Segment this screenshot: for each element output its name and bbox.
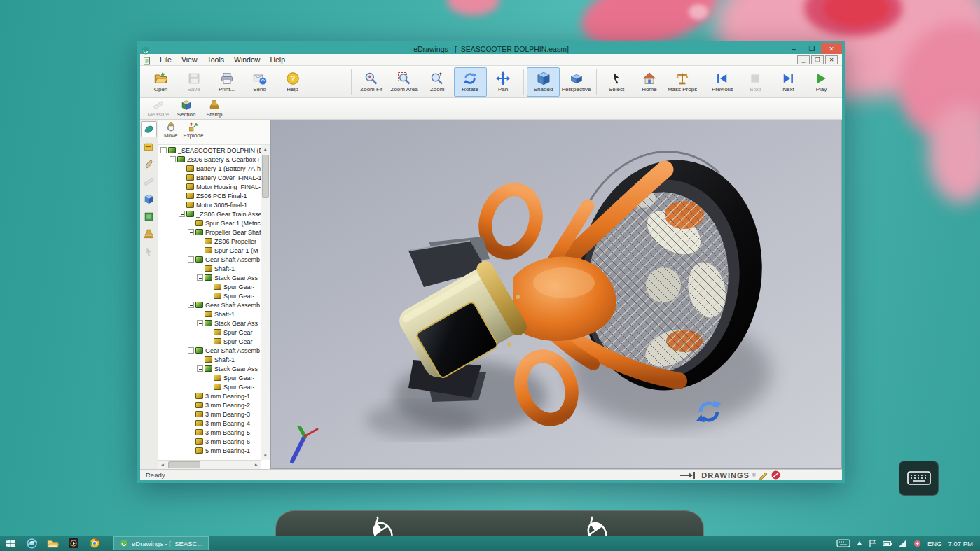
zoom-button[interactable]: Zoom bbox=[421, 67, 454, 97]
minimize-button[interactable]: – bbox=[785, 43, 803, 54]
tree-item[interactable]: Spur Gear-1 (M bbox=[158, 246, 270, 255]
tree-item[interactable]: 3 mm Bearing-1 bbox=[158, 391, 270, 400]
next-button[interactable]: Next bbox=[772, 67, 805, 97]
tree-item[interactable]: Spur Gear- bbox=[158, 382, 270, 391]
play-button[interactable]: Play bbox=[805, 67, 838, 97]
move-button[interactable]: Move bbox=[164, 121, 178, 139]
file-explorer-taskbar-icon[interactable] bbox=[42, 536, 63, 551]
chrome-taskbar-icon[interactable] bbox=[84, 536, 105, 551]
scroll-right-arrow[interactable]: ► bbox=[252, 461, 261, 469]
measure-tab[interactable] bbox=[141, 174, 157, 190]
rotate-button[interactable]: Rotate bbox=[454, 67, 487, 97]
measure-button[interactable]: Measure bbox=[144, 99, 172, 118]
tree-item[interactable]: _SEASCOOTER DOLPHIN (De bbox=[158, 146, 270, 155]
maximize-button[interactable]: ❐ bbox=[803, 43, 821, 54]
tree-expander[interactable] bbox=[197, 365, 203, 372]
open-button[interactable]: Open bbox=[144, 67, 177, 97]
tree-item[interactable]: ZS06 Battery & Gearbox Fit bbox=[158, 155, 270, 164]
tree-expander[interactable] bbox=[197, 274, 203, 281]
menu-help[interactable]: Help bbox=[265, 55, 290, 64]
scroll-up-arrow[interactable]: ▲ bbox=[261, 145, 270, 153]
network-icon[interactable] bbox=[899, 540, 907, 547]
mass-props-button[interactable]: Mass Props bbox=[666, 67, 699, 97]
mdi-minimize-button[interactable]: _ bbox=[797, 55, 810, 64]
tree-item[interactable]: Spur Gear- bbox=[158, 373, 270, 382]
tree-horizontal-scrollbar[interactable]: ◄ ► bbox=[158, 460, 261, 469]
show-hidden-icons-icon[interactable] bbox=[857, 540, 862, 546]
tree-item[interactable]: Spur Gear- bbox=[158, 328, 270, 337]
tree-item[interactable]: 5 mm Bearing-1 bbox=[158, 446, 270, 455]
tree-expander[interactable] bbox=[188, 256, 194, 263]
language-indicator[interactable]: ENG bbox=[927, 540, 942, 547]
section-button[interactable]: Section bbox=[172, 99, 200, 118]
previous-button[interactable]: Previous bbox=[706, 67, 739, 97]
zoom-area-button[interactable]: Zoom Area bbox=[388, 67, 421, 97]
save-button[interactable]: Save bbox=[177, 67, 210, 97]
tree-item[interactable]: 3 mm Bearing-3 bbox=[158, 410, 270, 419]
battery-icon[interactable] bbox=[883, 540, 892, 547]
scroll-down-arrow[interactable]: ▼ bbox=[261, 452, 270, 460]
components-tab[interactable] bbox=[141, 121, 157, 137]
tree-item[interactable]: Motor Housing_FINAL- bbox=[158, 182, 270, 191]
scroll-thumb[interactable] bbox=[262, 155, 269, 198]
tree-item[interactable]: Shaft-1 bbox=[158, 355, 270, 364]
section-tab[interactable] bbox=[141, 191, 157, 207]
tree-vertical-scrollbar[interactable]: ▲ ▼ bbox=[261, 145, 270, 460]
tree-item[interactable]: Motor 3005-final-1 bbox=[158, 200, 270, 209]
titlebar[interactable]: eDrawings - [_SEASCOOTER DOLPHIN.easm] –… bbox=[140, 43, 842, 54]
tree-item[interactable]: Spur Gear- bbox=[158, 282, 270, 291]
tree-item[interactable]: Stack Gear Ass bbox=[158, 319, 270, 328]
tree-item[interactable]: Propeller Gear Shaf bbox=[158, 228, 270, 237]
scroll-thumb[interactable] bbox=[168, 461, 200, 468]
tree-item[interactable]: 3 mm Bearing-4 bbox=[158, 419, 270, 428]
tree-expander[interactable] bbox=[197, 320, 203, 326]
tree-item[interactable]: Battery-1 (Battery 7A-hc bbox=[158, 164, 270, 173]
scroll-left-arrow[interactable]: ◄ bbox=[158, 461, 167, 469]
pointer-tab[interactable] bbox=[141, 244, 157, 260]
tree-item[interactable]: Gear Shaft Assemb bbox=[158, 346, 270, 355]
stamp-box-tab[interactable] bbox=[141, 209, 157, 225]
tree-expander[interactable] bbox=[170, 156, 176, 162]
stamp-tab[interactable] bbox=[141, 226, 157, 242]
tree-item[interactable]: ZS06 Propeller bbox=[158, 237, 270, 246]
tree-item[interactable]: Gear Shaft Assemb bbox=[158, 300, 270, 309]
shaded-button[interactable]: Shaded bbox=[527, 67, 560, 97]
stamp-button[interactable]: Stamp bbox=[200, 99, 228, 118]
tree-expander[interactable] bbox=[179, 211, 185, 217]
menu-file[interactable]: File bbox=[155, 55, 177, 64]
volume-notification-icon[interactable] bbox=[913, 540, 921, 547]
home-button[interactable]: Home bbox=[633, 67, 666, 97]
help-button[interactable]: ? Help bbox=[276, 67, 309, 97]
tree-item[interactable]: 3 mm Bearing-5 bbox=[158, 428, 270, 437]
tree-expander[interactable] bbox=[160, 147, 167, 153]
pan-button[interactable]: Pan bbox=[487, 67, 520, 97]
start-button[interactable] bbox=[0, 536, 21, 551]
tree-item[interactable]: _ZS06 Gear Train Asse bbox=[158, 209, 270, 218]
tree-item[interactable]: Shaft-1 bbox=[158, 309, 270, 319]
print-button[interactable]: Print... bbox=[210, 67, 243, 97]
tree-item[interactable]: Shaft-1 bbox=[158, 264, 270, 273]
tree-item[interactable]: Gear Shaft Assemb bbox=[158, 255, 270, 264]
tree-expander[interactable] bbox=[188, 302, 194, 308]
tree-item[interactable]: Spur Gear 1 (Metric bbox=[158, 218, 270, 228]
tree-item[interactable]: Battery Cover_FINAL-1 bbox=[158, 173, 270, 182]
tree-item[interactable]: 3 mm Bearing-2 bbox=[158, 400, 270, 410]
tree-item[interactable]: 3 mm Bearing-6 bbox=[158, 437, 270, 446]
action-center-icon[interactable] bbox=[869, 540, 876, 547]
taskbar-active-task[interactable]: eDrawings - [_SEASC... bbox=[113, 536, 209, 550]
explode-button[interactable]: Explode bbox=[184, 121, 204, 139]
tree-item[interactable]: Spur Gear- bbox=[158, 291, 270, 300]
tray-keyboard-icon[interactable] bbox=[836, 539, 850, 547]
touch-keyboard-button[interactable] bbox=[899, 461, 939, 496]
viewport-3d[interactable] bbox=[270, 120, 842, 469]
send-button[interactable]: Send bbox=[243, 67, 276, 97]
tree-item[interactable]: Stack Gear Ass bbox=[158, 364, 270, 373]
perspective-button[interactable]: Perspective bbox=[560, 67, 593, 97]
menu-tools[interactable]: Tools bbox=[202, 55, 230, 64]
stop-button[interactable]: Stop bbox=[739, 67, 772, 97]
tree-item[interactable]: Stack Gear Ass bbox=[158, 273, 270, 282]
tree-item[interactable]: ZS06 PCB Final-1 bbox=[158, 191, 270, 200]
tree-expander[interactable] bbox=[188, 229, 194, 235]
menu-window[interactable]: Window bbox=[229, 55, 265, 64]
menu-view[interactable]: View bbox=[177, 55, 202, 64]
